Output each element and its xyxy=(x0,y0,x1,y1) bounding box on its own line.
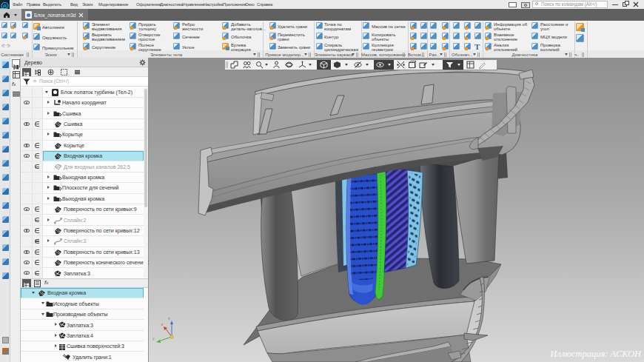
svg-text:x: x xyxy=(161,322,164,326)
svg-text:z: z xyxy=(168,316,170,321)
svg-text:y: y xyxy=(152,336,155,341)
